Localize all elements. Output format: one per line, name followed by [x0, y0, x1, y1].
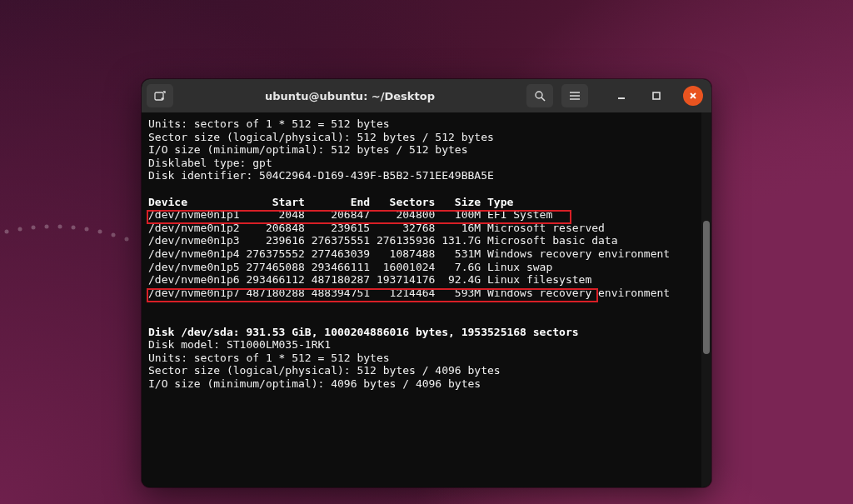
svg-point-4 [58, 225, 62, 229]
close-icon [688, 91, 698, 101]
search-icon [534, 90, 546, 102]
search-button[interactable] [526, 84, 553, 107]
terminal-output: Units: sectors of 1 * 512 = 512 bytes Se… [148, 117, 705, 390]
minimize-icon [616, 91, 626, 101]
terminal-body[interactable]: Units: sectors of 1 * 512 = 512 bytes Se… [142, 112, 711, 487]
svg-point-6 [85, 227, 89, 232]
minimize-button[interactable] [608, 84, 635, 107]
maximize-button[interactable] [643, 84, 670, 107]
svg-point-9 [125, 237, 129, 242]
svg-point-2 [32, 226, 36, 230]
terminal-window: ubuntu@ubuntu: ~/Desktop [142, 79, 711, 487]
terminal-scrollbar[interactable] [701, 112, 711, 487]
svg-rect-17 [653, 92, 660, 99]
svg-point-5 [72, 226, 76, 230]
svg-point-0 [5, 230, 9, 234]
window-title: ubuntu@ubuntu: ~/Desktop [178, 90, 521, 102]
svg-point-1 [18, 227, 22, 232]
svg-point-11 [536, 92, 542, 98]
new-tab-icon [154, 90, 166, 102]
close-button[interactable] [683, 86, 703, 106]
maximize-icon [651, 91, 661, 101]
svg-point-3 [45, 225, 49, 229]
svg-point-7 [98, 230, 102, 234]
hamburger-icon [569, 91, 581, 101]
scrollbar-thumb[interactable] [703, 221, 710, 354]
new-tab-button[interactable] [147, 84, 173, 107]
menu-button[interactable] [561, 84, 588, 107]
svg-point-8 [112, 233, 116, 237]
titlebar[interactable]: ubuntu@ubuntu: ~/Desktop [142, 79, 711, 112]
wallpaper-dots [0, 208, 142, 275]
svg-line-12 [541, 97, 545, 101]
